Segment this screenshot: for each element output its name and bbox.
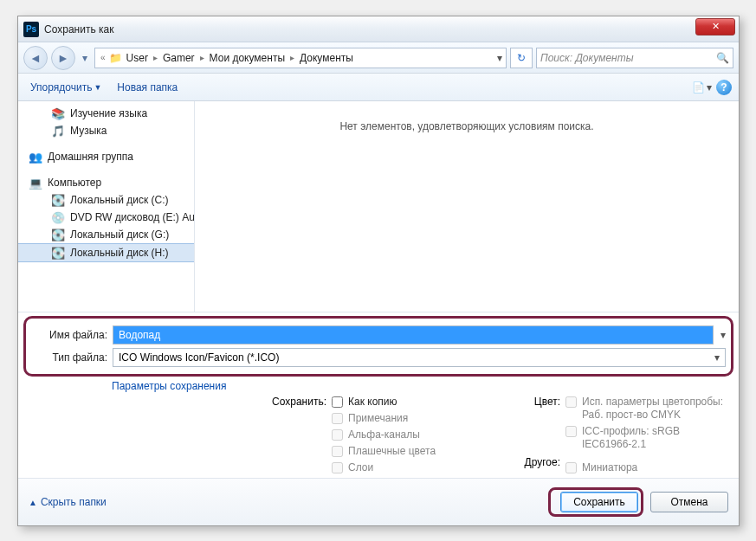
back-button[interactable]: ◄	[23, 46, 48, 70]
dialog-footer: ▲ Скрыть папки Сохранить Отмена	[18, 478, 739, 525]
sidebar-item-drive[interactable]: 💽Локальный диск (H:)	[18, 243, 194, 262]
breadcrumb[interactable]: Мои документы	[208, 52, 287, 64]
breadcrumb[interactable]: User	[125, 52, 150, 64]
breadcrumb[interactable]: Документы	[298, 52, 355, 64]
homegroup-icon: 👥	[29, 150, 42, 164]
refresh-icon: ↻	[517, 52, 526, 64]
sidebar-group-computer[interactable]: 💻Компьютер	[18, 174, 194, 191]
save-options: Сохранить: Как копию Примечания Альфа-ка…	[27, 392, 730, 474]
save-section-label: Сохранить:	[272, 396, 326, 408]
toolbar: Упорядочить ▼ Новая папка 📄▾ ?	[18, 74, 739, 101]
address-dropdown-icon[interactable]: ▾	[497, 52, 502, 64]
refresh-button[interactable]: ↻	[510, 48, 533, 68]
book-icon: 📚	[51, 106, 65, 120]
empty-message: Нет элементов, удовлетворяющих условиям …	[339, 120, 593, 132]
chevron-left-icon: «	[99, 53, 107, 62]
filename-label: Имя файла:	[31, 329, 107, 341]
color-section-label: Цвет:	[534, 396, 560, 408]
new-folder-button[interactable]: Новая папка	[112, 79, 183, 96]
chevron-down-icon: ▼	[94, 83, 101, 92]
save-button[interactable]: Сохранить	[560, 492, 638, 512]
sidebar-group-homegroup[interactable]: 👥Домашняя группа	[18, 148, 194, 165]
save-highlight: Сохранить	[548, 487, 643, 517]
close-button[interactable]: ✕	[695, 18, 735, 35]
filetype-combo[interactable]: ICO Windows Icon/Favicon (*.ICO) ▾	[113, 348, 726, 367]
close-icon: ✕	[712, 21, 720, 32]
sidebar-item-drive[interactable]: 💿DVD RW дисковод (E:) Au	[18, 209, 194, 226]
check-as-copy[interactable]: Как копию	[332, 396, 505, 409]
sidebar-item-drive[interactable]: 💽Локальный диск (C:)	[18, 191, 194, 209]
sidebar-item-label: Локальный диск (H:)	[70, 247, 169, 259]
hide-folders-button[interactable]: ▲ Скрыть папки	[29, 496, 107, 508]
chevron-right-icon: ▸	[288, 53, 296, 62]
save-as-dialog: Ps Сохранить как ✕ ◄ ► ▾ « 📁 User ▸ Game…	[17, 16, 740, 526]
check-proof: Исп. параметры цветопробы: Раб. прост-во…	[565, 396, 730, 422]
history-dropdown[interactable]: ▾	[79, 49, 91, 67]
check-layers: Слои	[332, 461, 505, 474]
chevron-down-icon: ▾	[714, 351, 720, 364]
sidebar-item[interactable]: 🎵Музыка	[18, 122, 194, 139]
dvd-icon: 💿	[51, 210, 65, 224]
window-title: Сохранить как	[44, 23, 113, 35]
check-alpha: Альфа-каналы	[332, 428, 505, 441]
forward-button[interactable]: ►	[51, 46, 75, 70]
save-parameters-link[interactable]: Параметры сохранения	[112, 378, 730, 392]
sidebar-item-drive[interactable]: 💽Локальный диск (G:)	[18, 226, 194, 243]
address-bar[interactable]: « 📁 User ▸ Gamer ▸ Мои документы ▸ Докум…	[94, 48, 507, 68]
sidebar-item-label: Компьютер	[48, 177, 101, 189]
check-icc: ICC-профиль: sRGB IEC61966-2.1	[565, 425, 730, 451]
check-spot: Плашечные цвета	[332, 445, 505, 458]
content-area: 📚Изучение языка 🎵Музыка 👥Домашняя группа…	[18, 101, 739, 312]
sidebar: 📚Изучение языка 🎵Музыка 👥Домашняя группа…	[18, 101, 195, 312]
new-folder-label: Новая папка	[117, 81, 178, 93]
filetype-value: ICO Windows Icon/Favicon (*.ICO)	[119, 351, 279, 364]
filename-dropdown[interactable]: ▾	[719, 329, 726, 341]
hide-folders-label: Скрыть папки	[41, 496, 107, 508]
search-icon: 🔍	[716, 52, 729, 64]
breadcrumb[interactable]: Gamer	[161, 52, 197, 64]
help-button[interactable]: ?	[716, 80, 732, 95]
file-list-area: Нет элементов, удовлетворяющих условиям …	[195, 101, 739, 312]
folder-icon: 📁	[109, 52, 123, 64]
cancel-button[interactable]: Отмена	[650, 492, 728, 512]
drive-icon: 💽	[51, 246, 65, 260]
filetype-label: Тип файла:	[31, 351, 107, 364]
music-icon: 🎵	[51, 124, 65, 138]
check-notes: Примечания	[332, 412, 505, 425]
sidebar-item-label: Локальный диск (G:)	[70, 229, 169, 241]
organize-button[interactable]: Упорядочить ▼	[25, 79, 107, 96]
sidebar-item[interactable]: 📚Изучение языка	[18, 105, 194, 122]
drive-icon: 💽	[51, 228, 65, 242]
filename-highlight: Имя файла: ▾ Тип файла: ICO Windows Icon…	[23, 316, 733, 377]
sidebar-item-label: Изучение языка	[70, 107, 147, 119]
save-form: Имя файла: ▾ Тип файла: ICO Windows Icon…	[18, 312, 739, 478]
filename-input[interactable]	[113, 325, 714, 345]
chevron-right-icon: ▸	[152, 53, 159, 62]
chevron-up-icon: ▲	[29, 498, 37, 507]
view-mode-button[interactable]: 📄▾	[692, 80, 711, 95]
other-section-label: Другое:	[525, 456, 560, 468]
sidebar-item-label: Домашняя группа	[48, 151, 133, 163]
computer-icon: 💻	[29, 176, 42, 190]
sidebar-item-label: Локальный диск (C:)	[70, 194, 169, 206]
sidebar-item-label: Музыка	[70, 125, 107, 137]
chevron-right-icon: ▸	[198, 53, 206, 62]
organize-label: Упорядочить	[30, 81, 92, 93]
photoshop-icon: Ps	[23, 22, 39, 37]
nav-bar: ◄ ► ▾ « 📁 User ▸ Gamer ▸ Мои документы ▸…	[18, 42, 739, 74]
check-thumb: Миниатюра	[565, 461, 730, 474]
search-input[interactable]: Поиск: Документы 🔍	[536, 48, 733, 68]
sidebar-item-label: DVD RW дисковод (E:) Au	[70, 211, 195, 223]
drive-icon: 💽	[51, 193, 65, 207]
search-placeholder: Поиск: Документы	[540, 52, 634, 64]
titlebar: Ps Сохранить как ✕	[18, 16, 739, 42]
